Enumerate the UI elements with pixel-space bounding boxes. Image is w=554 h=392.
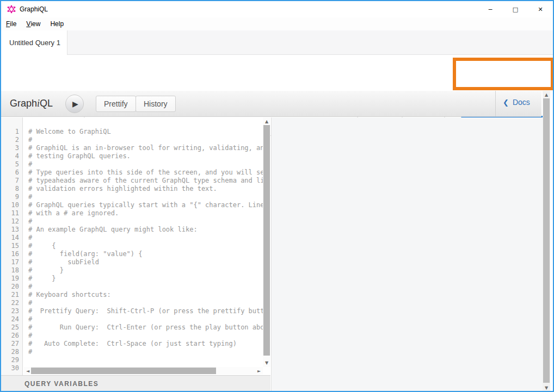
play-icon: ▶	[72, 99, 78, 108]
editor-line: # }	[28, 266, 263, 275]
editor-scrollbar-corner	[263, 367, 270, 375]
tab-bar: Untitled Query 1	[1, 30, 553, 55]
graphql-logo-icon	[7, 5, 16, 14]
editor-line: #	[28, 160, 263, 169]
query-editor-pane[interactable]: 1234567891011121314151617181920212223242…	[1, 117, 270, 392]
execute-query-button[interactable]: ▶	[65, 95, 84, 113]
editor-line: # typeaheads aware of the current GraphQ…	[28, 177, 263, 185]
app-window: GraphiQL ─ □ ✕ File View Help Untitled Q…	[0, 0, 554, 392]
docs-toggle-button[interactable]: ❮ Docs	[503, 98, 530, 107]
editor-line: #	[28, 283, 263, 291]
editor-line: # validation errors highlighted within t…	[28, 185, 263, 193]
editor-line-number: 1	[1, 128, 19, 136]
prettify-button[interactable]: Prettify	[96, 96, 136, 112]
editor-vertical-scrollbar[interactable]: ▲ ▼	[263, 117, 270, 367]
editor-line-number: 28	[1, 348, 19, 356]
scroll-left-icon[interactable]: ◄	[24, 369, 32, 374]
editor-line: #	[28, 193, 263, 201]
editor-line: # Type queries into this side of the scr…	[28, 169, 263, 177]
endpoint-row: GraphQL Endpoint Method POST ▾ Edit HTTP…	[1, 55, 553, 91]
editor-line: # Prettify Query: Shift-Ctrl-P (or press…	[28, 307, 263, 315]
window-title: GraphiQL	[20, 5, 48, 13]
main-vscroll-thumb[interactable]	[543, 98, 550, 383]
editor-line-number: 2	[1, 136, 19, 144]
editor-line: #	[28, 332, 263, 340]
editor-line-number: 22	[1, 299, 19, 307]
query-variables-header[interactable]: QUERY VARIABLES	[1, 375, 270, 392]
editor-horizontal-scrollbar[interactable]: ◄ ►	[24, 367, 263, 375]
editor-line-number: 27	[1, 340, 19, 348]
editor-line-number: 26	[1, 332, 19, 340]
tab-untitled-query[interactable]: Untitled Query 1	[1, 30, 67, 55]
maximize-button[interactable]: □	[503, 1, 528, 17]
editor-line: #	[28, 217, 263, 226]
menu-view[interactable]: View	[21, 17, 45, 30]
editor-line: # GraphQL queries typically start with a…	[28, 201, 263, 209]
editor-line-number: 3	[1, 144, 19, 152]
editor-line-number: 14	[1, 234, 19, 242]
chevron-left-icon: ❮	[503, 98, 509, 107]
editor-line-number: 4	[1, 152, 19, 160]
menu-bar: File View Help	[1, 17, 553, 30]
line-number-gutter: 1234567891011121314151617181920212223242…	[1, 117, 23, 375]
main-vertical-scrollbar[interactable]: ▲ ▼	[543, 91, 550, 392]
editor-line-number: 10	[1, 201, 19, 209]
scroll-down-icon[interactable]: ▼	[543, 385, 550, 390]
menu-file[interactable]: File	[1, 17, 21, 30]
editor-line: # testing GraphQL queries.	[28, 152, 263, 160]
editor-vscroll-thumb[interactable]	[263, 125, 270, 356]
title-bar: GraphiQL ─ □ ✕	[1, 1, 553, 17]
editor-line-number: 5	[1, 160, 19, 169]
editor-line: #	[28, 299, 263, 307]
scroll-right-icon[interactable]: ►	[255, 369, 263, 374]
editor-line-number: 19	[1, 275, 19, 283]
editor-hscroll-thumb[interactable]	[31, 368, 216, 374]
editor-line-number: 13	[1, 226, 19, 234]
editor-line-number: 25	[1, 323, 19, 332]
editor-line: # }	[28, 275, 263, 283]
editor-line-number: 17	[1, 258, 19, 266]
editor-line: #	[28, 315, 263, 323]
scroll-down-icon[interactable]: ▼	[263, 360, 270, 365]
editor-line-number: 23	[1, 307, 19, 315]
editor-line: #	[28, 348, 263, 356]
editor-line: # GraphiQL is an in-browser tool for wri…	[28, 144, 263, 152]
editor-line: # An example GraphQL query might look li…	[28, 226, 263, 234]
close-button[interactable]: ✕	[528, 1, 553, 17]
docs-label: Docs	[513, 98, 530, 107]
editor-line-number: 16	[1, 250, 19, 258]
toolbar-divider	[495, 91, 496, 116]
editor-line: # subField	[28, 258, 263, 266]
window-controls: ─ □ ✕	[478, 1, 553, 17]
editor-line: # Keyboard shortcuts:	[28, 291, 263, 299]
query-variables-title: QUERY VARIABLES	[24, 380, 99, 388]
editor-line-number: 8	[1, 185, 19, 193]
editor-line-number: 7	[1, 177, 19, 185]
scroll-up-icon[interactable]: ▲	[263, 119, 270, 124]
editor-line-number: 24	[1, 315, 19, 323]
editor-line: #	[28, 234, 263, 242]
editor-line-number: 9	[1, 193, 19, 201]
editor-line: # with a # are ignored.	[28, 209, 263, 217]
graphiql-toolbar: GraphiQL ▶ Prettify History ❮ Docs	[1, 91, 541, 117]
scroll-up-icon[interactable]: ▲	[543, 92, 550, 97]
graphiql-logo-text: GraphiQL	[10, 98, 53, 109]
editor-line: # Run Query: Ctrl-Enter (or press the pl…	[28, 323, 263, 332]
result-pane	[271, 117, 543, 392]
history-button[interactable]: History	[136, 96, 176, 112]
editor-line-number: 20	[1, 283, 19, 291]
minimize-button[interactable]: ─	[478, 1, 503, 17]
editor-line-number: 29	[1, 356, 19, 364]
editor-line-number: 15	[1, 242, 19, 250]
editor-line: # Auto Complete: Ctrl-Space (or just sta…	[28, 340, 263, 348]
editor-line	[28, 356, 263, 364]
editor-line: # field(arg: "value") {	[28, 250, 263, 258]
editor-line: # Welcome to GraphiQL	[28, 128, 263, 136]
menu-help[interactable]: Help	[45, 17, 69, 30]
editor-line: #	[28, 136, 263, 144]
editor-line-number: 12	[1, 217, 19, 226]
line-numbers: 1234567891011121314151617181920212223242…	[1, 128, 19, 372]
editor-line-number: 11	[1, 209, 19, 217]
query-editor-code[interactable]: # Welcome to GraphiQL## GraphiQL is an i…	[28, 128, 263, 375]
editor-line: # {	[28, 242, 263, 250]
